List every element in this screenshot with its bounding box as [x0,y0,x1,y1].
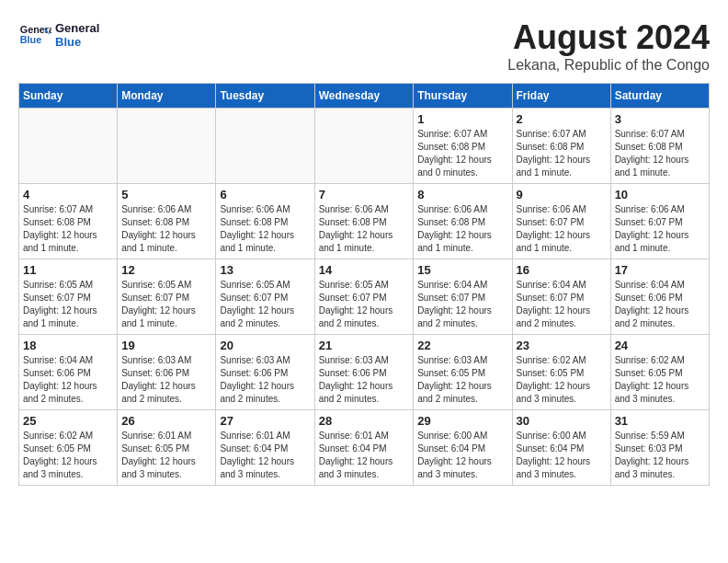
calendar-cell: 8Sunrise: 6:06 AM Sunset: 6:08 PM Daylig… [414,184,512,259]
day-number: 24 [615,339,705,352]
day-number: 15 [417,263,507,277]
day-number: 29 [417,414,507,428]
day-info: Sunrise: 6:06 AM Sunset: 6:08 PM Dayligh… [220,203,310,255]
day-info: Sunrise: 6:01 AM Sunset: 6:04 PM Dayligh… [220,430,310,481]
day-info: Sunrise: 6:00 AM Sunset: 6:04 PM Dayligh… [417,430,507,481]
day-number: 23 [517,339,607,352]
calendar-week-row: 25Sunrise: 6:02 AM Sunset: 6:05 PM Dayli… [19,410,710,486]
day-number: 18 [23,339,113,352]
day-info: Sunrise: 6:05 AM Sunset: 6:07 PM Dayligh… [319,279,410,330]
day-number: 11 [23,263,113,277]
day-number: 4 [23,188,113,201]
day-number: 17 [615,263,705,277]
weekday-header-row: SundayMondayTuesdayWednesdayThursdayFrid… [19,84,710,109]
day-number: 30 [517,414,607,428]
weekday-header-friday: Friday [512,84,610,109]
day-info: Sunrise: 6:06 AM Sunset: 6:08 PM Dayligh… [121,203,211,255]
day-info: Sunrise: 6:05 AM Sunset: 6:07 PM Dayligh… [121,279,211,330]
calendar-cell: 4Sunrise: 6:07 AM Sunset: 6:08 PM Daylig… [19,184,118,259]
calendar-cell: 24Sunrise: 6:02 AM Sunset: 6:05 PM Dayli… [610,335,709,410]
calendar-cell: 31Sunrise: 5:59 AM Sunset: 6:03 PM Dayli… [610,410,709,486]
day-info: Sunrise: 6:06 AM Sunset: 6:08 PM Dayligh… [319,203,410,255]
calendar-cell: 29Sunrise: 6:00 AM Sunset: 6:04 PM Dayli… [414,410,512,486]
logo-general-text: General [55,21,99,35]
weekday-header-thursday: Thursday [414,84,512,109]
day-number: 3 [615,112,705,126]
day-info: Sunrise: 6:04 AM Sunset: 6:06 PM Dayligh… [23,354,113,406]
day-number: 7 [319,188,410,201]
day-info: Sunrise: 6:04 AM Sunset: 6:07 PM Dayligh… [517,279,607,330]
day-number: 21 [319,339,410,352]
day-number: 9 [517,188,607,201]
day-info: Sunrise: 6:02 AM Sunset: 6:05 PM Dayligh… [517,354,607,406]
calendar-table: SundayMondayTuesdayWednesdayThursdayFrid… [18,83,710,486]
calendar-cell: 9Sunrise: 6:06 AM Sunset: 6:07 PM Daylig… [512,184,610,259]
calendar-week-row: 11Sunrise: 6:05 AM Sunset: 6:07 PM Dayli… [19,259,710,335]
calendar-cell: 2Sunrise: 6:07 AM Sunset: 6:08 PM Daylig… [512,109,610,184]
calendar-cell: 3Sunrise: 6:07 AM Sunset: 6:08 PM Daylig… [610,109,709,184]
calendar-cell: 16Sunrise: 6:04 AM Sunset: 6:07 PM Dayli… [512,259,610,335]
calendar-cell [216,109,314,184]
day-info: Sunrise: 6:01 AM Sunset: 6:04 PM Dayligh… [319,430,410,481]
day-number: 19 [121,339,211,352]
calendar-cell: 27Sunrise: 6:01 AM Sunset: 6:04 PM Dayli… [216,410,314,486]
day-number: 14 [319,263,410,277]
calendar-cell: 13Sunrise: 6:05 AM Sunset: 6:07 PM Dayli… [216,259,314,335]
calendar-week-row: 4Sunrise: 6:07 AM Sunset: 6:08 PM Daylig… [19,184,710,259]
calendar-cell: 28Sunrise: 6:01 AM Sunset: 6:04 PM Dayli… [314,410,414,486]
calendar-cell [118,109,216,184]
calendar-cell: 7Sunrise: 6:06 AM Sunset: 6:08 PM Daylig… [314,184,414,259]
day-info: Sunrise: 6:03 AM Sunset: 6:06 PM Dayligh… [220,354,310,406]
day-number: 5 [121,188,211,201]
day-info: Sunrise: 6:06 AM Sunset: 6:07 PM Dayligh… [517,203,607,255]
weekday-header-tuesday: Tuesday [216,84,314,109]
day-info: Sunrise: 6:07 AM Sunset: 6:08 PM Dayligh… [517,128,607,179]
day-number: 1 [417,112,507,126]
day-info: Sunrise: 6:03 AM Sunset: 6:05 PM Dayligh… [417,354,507,406]
calendar-cell: 30Sunrise: 6:00 AM Sunset: 6:04 PM Dayli… [512,410,610,486]
day-info: Sunrise: 6:04 AM Sunset: 6:07 PM Dayligh… [417,279,507,330]
weekday-header-saturday: Saturday [610,84,709,109]
day-info: Sunrise: 6:06 AM Sunset: 6:07 PM Dayligh… [615,203,705,255]
day-number: 2 [517,112,607,126]
day-number: 22 [417,339,507,352]
calendar-cell: 10Sunrise: 6:06 AM Sunset: 6:07 PM Dayli… [610,184,709,259]
day-number: 25 [23,414,113,428]
calendar-cell: 22Sunrise: 6:03 AM Sunset: 6:05 PM Dayli… [414,335,512,410]
day-number: 12 [121,263,211,277]
logo-blue-text: Blue [55,35,99,49]
calendar-cell: 11Sunrise: 6:05 AM Sunset: 6:07 PM Dayli… [19,259,118,335]
day-number: 16 [517,263,607,277]
svg-text:Blue: Blue [20,34,41,45]
day-info: Sunrise: 6:02 AM Sunset: 6:05 PM Dayligh… [615,354,705,406]
calendar-cell: 17Sunrise: 6:04 AM Sunset: 6:06 PM Dayli… [610,259,709,335]
day-info: Sunrise: 5:59 AM Sunset: 6:03 PM Dayligh… [615,430,705,481]
weekday-header-sunday: Sunday [19,84,118,109]
location-subtitle: Lekana, Republic of the Congo [507,57,710,74]
day-info: Sunrise: 6:05 AM Sunset: 6:07 PM Dayligh… [23,279,113,330]
day-number: 31 [615,414,705,428]
header: General Blue General Blue August 2024 Le… [18,18,710,74]
day-number: 20 [220,339,310,352]
day-info: Sunrise: 6:06 AM Sunset: 6:08 PM Dayligh… [417,203,507,255]
calendar-body: 1Sunrise: 6:07 AM Sunset: 6:08 PM Daylig… [19,109,710,486]
day-number: 26 [121,414,211,428]
day-number: 10 [615,188,705,201]
day-number: 13 [220,263,310,277]
calendar-cell: 15Sunrise: 6:04 AM Sunset: 6:07 PM Dayli… [414,259,512,335]
calendar-header: SundayMondayTuesdayWednesdayThursdayFrid… [19,84,710,109]
weekday-header-monday: Monday [118,84,216,109]
weekday-header-wednesday: Wednesday [314,84,414,109]
logo: General Blue General Blue [18,18,99,52]
calendar-week-row: 1Sunrise: 6:07 AM Sunset: 6:08 PM Daylig… [19,109,710,184]
logo-icon: General Blue [18,18,51,52]
day-info: Sunrise: 6:02 AM Sunset: 6:05 PM Dayligh… [23,430,113,481]
calendar-cell: 26Sunrise: 6:01 AM Sunset: 6:05 PM Dayli… [118,410,216,486]
day-info: Sunrise: 6:03 AM Sunset: 6:06 PM Dayligh… [319,354,410,406]
calendar-cell: 1Sunrise: 6:07 AM Sunset: 6:08 PM Daylig… [414,109,512,184]
day-number: 6 [220,188,310,201]
day-number: 8 [417,188,507,201]
calendar-cell: 20Sunrise: 6:03 AM Sunset: 6:06 PM Dayli… [216,335,314,410]
calendar-cell: 23Sunrise: 6:02 AM Sunset: 6:05 PM Dayli… [512,335,610,410]
day-number: 28 [319,414,410,428]
